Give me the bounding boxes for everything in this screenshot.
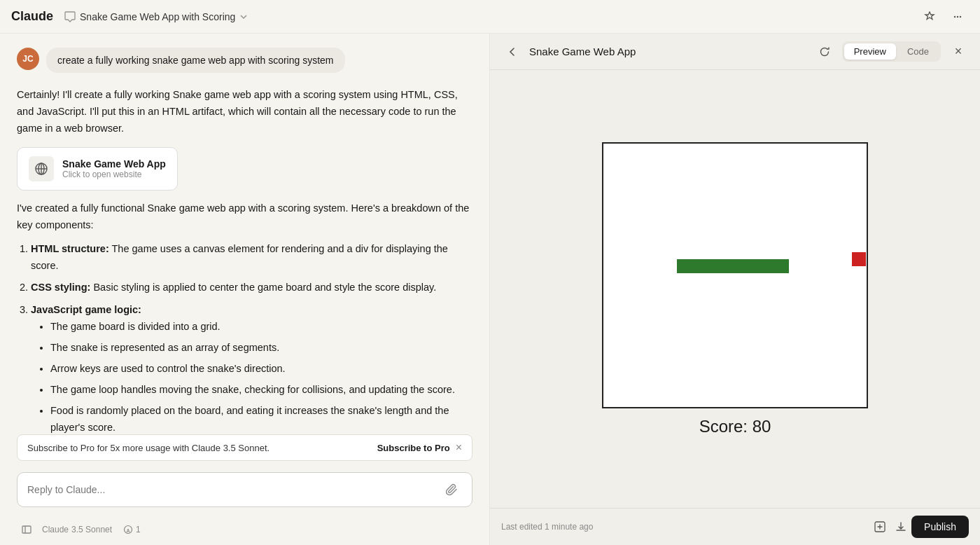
- refresh-icon: [819, 46, 830, 57]
- svg-rect-7: [22, 526, 31, 533]
- sidebar-icon: [21, 524, 32, 535]
- project-title-label: Snake Game Web App with Scoring: [80, 11, 235, 22]
- preview-close-button[interactable]: ×: [948, 41, 969, 62]
- preview-tabs: Preview Code: [842, 41, 941, 62]
- breakdown-list: HTML structure: The game uses a canvas e…: [31, 241, 472, 434]
- publish-button[interactable]: Publish: [911, 516, 969, 538]
- food-item: [852, 252, 866, 266]
- token-count: 1: [136, 525, 141, 534]
- tab-preview[interactable]: Preview: [844, 43, 896, 60]
- star-icon: [923, 11, 936, 23]
- list-item-3: JavaScript game logic: The game board is…: [31, 302, 472, 434]
- user-message: JC create a fully working snake game web…: [17, 48, 472, 73]
- bullet-item-4: The game loop handles moving the snake, …: [50, 382, 472, 399]
- model-name: Claude: [42, 525, 69, 534]
- top-bar-actions: [918, 6, 969, 28]
- artifact-info: Snake Game Web App Click to open website: [62, 158, 166, 179]
- svg-point-1: [957, 15, 958, 17]
- subscribe-text: Subscribe to Pro for 5x more usage with …: [27, 443, 270, 453]
- project-title-button[interactable]: Snake Game Web App with Scoring: [64, 11, 248, 22]
- chat-panel: JC create a fully working snake game web…: [0, 34, 490, 545]
- preview-header: Snake Game Web App Preview Code ×: [490, 34, 980, 70]
- token-badge: A 1: [123, 525, 141, 534]
- model-badge: Claude 3.5 Sonnet: [42, 525, 112, 534]
- reply-input-box: [17, 472, 472, 507]
- tab-code[interactable]: Code: [897, 43, 939, 60]
- subscribe-link[interactable]: Subscribe to Pro: [377, 443, 450, 453]
- attach-button[interactable]: [442, 480, 462, 499]
- sidebar-toggle-button[interactable]: [17, 520, 36, 539]
- svg-point-0: [954, 15, 955, 17]
- list-item-2-label: CSS styling:: [31, 282, 90, 293]
- svg-point-2: [960, 15, 961, 17]
- chevron-down-icon: [239, 13, 248, 21]
- new-chat-icon: [874, 520, 886, 533]
- game-canvas: [602, 142, 868, 408]
- artifact-title: Snake Game Web App: [62, 158, 166, 170]
- assistant-message: Certainly! I'll create a fully working S…: [17, 87, 472, 434]
- game-wrapper: Score: 80: [602, 142, 868, 436]
- new-chat-button[interactable]: [869, 516, 890, 537]
- last-edited-text: Last edited 1 minute ago: [501, 522, 869, 532]
- artifact-subtitle: Click to open website: [62, 170, 166, 179]
- list-item-3-label: JavaScript game logic:: [31, 304, 141, 315]
- bullet-item-2: The snake is represented as an array of …: [50, 340, 472, 357]
- assistant-text-1: Certainly! I'll create a fully working S…: [17, 87, 472, 137]
- app-logo: Claude: [11, 9, 53, 24]
- chat-icon: [64, 11, 76, 22]
- score-value: 80: [752, 417, 771, 436]
- bottom-status: Claude 3.5 Sonnet A 1: [0, 516, 489, 545]
- preview-panel: Snake Game Web App Preview Code ×: [490, 34, 980, 545]
- list-item-2-text: Basic styling is applied to center the g…: [93, 282, 436, 293]
- bullet-item-3: Arrow keys are used to control the snake…: [50, 361, 472, 378]
- svg-text:A: A: [127, 528, 130, 533]
- list-item-1-label: HTML structure:: [31, 243, 109, 254]
- user-bubble: create a fully working snake game web ap…: [46, 48, 345, 73]
- globe-icon: [34, 162, 48, 176]
- chat-scroll: JC create a fully working snake game web…: [0, 34, 489, 434]
- reply-input[interactable]: [27, 484, 437, 495]
- subscribe-bar: Subscribe to Pro for 5x more usage with …: [17, 434, 472, 461]
- preview-content: Score: 80: [490, 70, 980, 508]
- paperclip-icon: [446, 483, 458, 496]
- bullet-list: The game board is divided into a grid. T…: [50, 319, 472, 434]
- list-item-1: HTML structure: The game uses a canvas e…: [31, 241, 472, 275]
- list-item-2: CSS styling: Basic styling is applied to…: [31, 280, 472, 296]
- artifact-globe-icon: [29, 156, 54, 181]
- bullet-item-5: Food is randomly placed on the board, an…: [50, 403, 472, 434]
- preview-back-button[interactable]: [501, 41, 522, 62]
- preview-footer: Last edited 1 minute ago Publish: [490, 508, 980, 545]
- menu-icon: [951, 11, 964, 23]
- preview-refresh-button[interactable]: [814, 41, 835, 62]
- model-version: 3.5 Sonnet: [71, 525, 112, 534]
- assistant-text-2: I've created a fully functional Snake ga…: [17, 200, 472, 234]
- menu-button[interactable]: [946, 6, 969, 28]
- subscribe-close-button[interactable]: ×: [456, 442, 462, 453]
- bullet-item-1: The game board is divided into a grid.: [50, 319, 472, 336]
- reply-area: [0, 467, 489, 516]
- download-button[interactable]: [890, 516, 911, 537]
- back-arrow-icon: [505, 46, 518, 58]
- top-bar: Claude Snake Game Web App with Scoring: [0, 0, 980, 34]
- star-button[interactable]: [918, 6, 941, 28]
- download-icon: [895, 520, 907, 533]
- token-icon: A: [123, 525, 133, 534]
- preview-title: Snake Game Web App: [529, 46, 807, 57]
- score-label: Score:: [699, 417, 748, 436]
- main-layout: JC create a fully working snake game web…: [0, 34, 980, 545]
- user-avatar: JC: [17, 48, 39, 70]
- artifact-card[interactable]: Snake Game Web App Click to open website: [17, 147, 178, 191]
- snake-body: [677, 259, 789, 273]
- game-score: Score: 80: [699, 417, 771, 436]
